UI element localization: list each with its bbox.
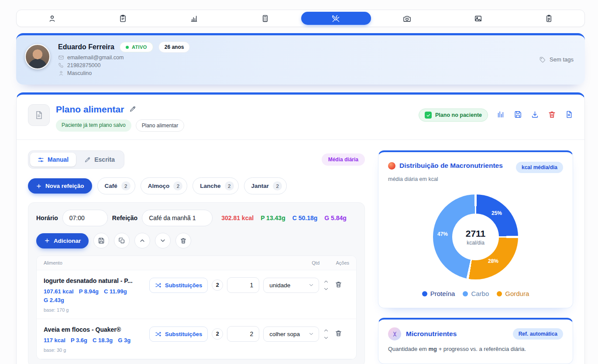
library-button[interactable] (497, 110, 505, 120)
add-food-button[interactable]: Adicionar (36, 233, 89, 248)
move-food-up-button[interactable] (323, 327, 329, 333)
chevron-down-icon (323, 286, 329, 292)
file-text-icon (565, 110, 573, 119)
tab-calculator[interactable] (230, 10, 301, 27)
trash-icon (335, 281, 342, 288)
food-name: Aveia em flocos - Quaker® (44, 326, 146, 333)
person-icon (48, 14, 56, 23)
meal-macros: 302.81 kcal P 13.43g C 50.18g G 5.84g (221, 214, 347, 221)
plan-editor: Manual Escrita Média diária Nova refeiçã… (28, 150, 365, 364)
phone-icon (58, 62, 64, 68)
journal-icon (34, 110, 44, 120)
move-meal-up-button[interactable] (134, 233, 150, 248)
substitutions-button[interactable]: Substituições (149, 327, 208, 342)
tab-photos[interactable] (371, 10, 443, 27)
plan-saved-badge: Paciente já tem plano salvo (56, 119, 131, 132)
tab-meal-plan[interactable] (301, 10, 372, 27)
micro-card-description: Quantidade em mg + progresso vs. a refer… (388, 346, 563, 352)
food-protein: P 3.6g (71, 337, 87, 344)
food-row: Aveia em flocos - Quaker® 117 kcal P 3.6… (37, 319, 356, 359)
patient-gender: Masculino (58, 70, 190, 76)
export-document-button[interactable] (565, 110, 573, 120)
delete-food-button[interactable] (335, 330, 342, 338)
new-meal-button[interactable]: Nova refeição (28, 178, 92, 194)
meal-kcal: 302.81 kcal (221, 214, 254, 221)
download-button[interactable] (531, 110, 539, 120)
duplicate-meal-button[interactable] (114, 233, 130, 248)
avatar (25, 44, 50, 69)
legend-label: Gordura (505, 290, 529, 297)
delete-food-button[interactable] (335, 281, 342, 289)
legend-label: Proteína (430, 290, 455, 297)
time-input[interactable] (62, 210, 108, 226)
meal-tab-jantar[interactable]: Jantar 2 (244, 177, 287, 194)
meal-tab-count: 2 (273, 181, 282, 191)
ref-automatica-badge: Ref. automática (513, 328, 563, 340)
quantity-input[interactable] (227, 326, 259, 342)
save-meal-button[interactable] (93, 233, 109, 248)
download-icon (531, 110, 539, 119)
chevron-down-icon (159, 237, 166, 244)
slice-label-carbo: 47% (437, 231, 448, 237)
status-badge: ATIVO (120, 42, 153, 52)
person-small-icon (58, 70, 64, 76)
move-food-down-button[interactable] (323, 335, 329, 341)
patient-name: Eduardo Ferreira (58, 43, 114, 51)
substitutions-label: Substituições (165, 331, 202, 337)
substitutions-button[interactable]: Substituições (149, 278, 208, 293)
utensils-crossed-icon (332, 14, 340, 23)
meal-carbs: C 50.18g (292, 214, 318, 221)
macro-card-title: Distribuição de Macronutrientes (399, 162, 503, 170)
meal-tab-almoco[interactable]: Almoço 2 (141, 177, 188, 194)
clipboard-icon (119, 14, 127, 23)
unit-select[interactable]: colher sopa (263, 327, 319, 342)
donut-total-unit: kcal/dia (467, 240, 485, 246)
tab-images[interactable] (443, 10, 514, 27)
tab-anamnesis[interactable] (88, 10, 159, 27)
plan-type-badge: Plano alimentar (136, 119, 184, 132)
food-table-header: Alimento Qtd Ações (37, 256, 356, 270)
delete-plan-button[interactable] (548, 110, 556, 120)
food-row: Iogurte desnatado natural - P... 107.61 … (37, 270, 356, 319)
delete-meal-button[interactable] (175, 233, 191, 248)
mode-manual-button[interactable]: Manual (30, 153, 76, 167)
sliders-icon (38, 156, 44, 163)
meal-name-input[interactable] (142, 210, 213, 226)
status-dot (126, 46, 129, 49)
tags-button[interactable]: Sem tags (539, 56, 574, 63)
food-carbs: C 18.3g (93, 337, 113, 344)
move-food-up-button[interactable] (323, 279, 329, 285)
tab-charts[interactable] (158, 10, 230, 27)
unit-select[interactable]: unidade (263, 278, 319, 293)
meal-tab-label: Jantar (251, 183, 269, 189)
meal-tab-lanche[interactable]: Lanche 2 (192, 177, 238, 194)
shuffle-icon (155, 331, 162, 337)
chevron-down-icon (308, 282, 314, 288)
save-button[interactable] (514, 110, 522, 120)
macro-donut-chart: 2711 kcal/dia 25% 47% 28% (433, 194, 518, 279)
header-alimento: Alimento (44, 260, 300, 265)
legend-label: Carbo (471, 290, 489, 297)
food-carbs: C 11.99g (104, 288, 127, 295)
substitutions-label: Substituições (165, 282, 202, 289)
save-icon (514, 110, 522, 119)
mail-icon (58, 54, 64, 61)
calculator-icon (261, 14, 269, 23)
meal-tab-label: Lanche (200, 183, 220, 189)
mode-escrita-button[interactable]: Escrita (77, 153, 122, 167)
tab-patient[interactable] (17, 10, 88, 27)
meal-tab-cafe[interactable]: Café 2 (97, 177, 135, 194)
legend-gordura: Gordura (497, 290, 529, 297)
slice-label-gordura: 28% (488, 258, 498, 264)
macro-legend: Proteína Carbo Gordura (388, 290, 563, 297)
edit-plan-button[interactable] (129, 105, 136, 114)
patient-email-text: emailemail@gmail.com (67, 54, 124, 61)
tab-notes[interactable] (513, 10, 584, 27)
move-meal-down-button[interactable] (155, 233, 171, 248)
summary-column: Distribuição de Macronutrientes kcal méd… (378, 150, 573, 364)
chevron-down-icon (308, 331, 314, 337)
move-food-down-button[interactable] (323, 286, 329, 292)
quantity-input[interactable] (227, 277, 259, 293)
check-icon (425, 112, 432, 119)
food-kcal: 107.61 kcal (44, 288, 74, 295)
